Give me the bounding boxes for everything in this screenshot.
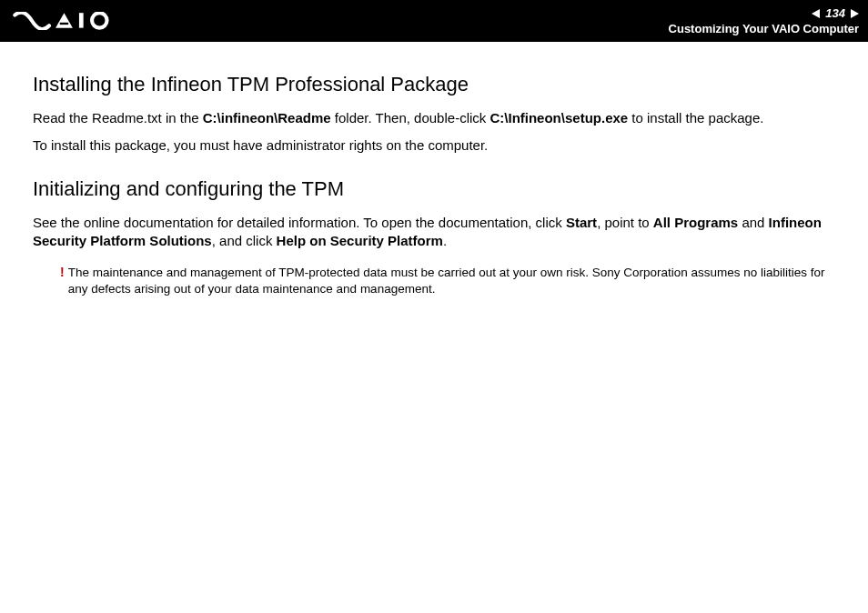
path-setup: C:\Infineon\setup.exe — [490, 110, 628, 126]
svg-point-1 — [92, 13, 106, 27]
menu-all-programs: All Programs — [653, 215, 738, 230]
menu-start: Start — [566, 215, 597, 230]
header-right: 134 Customizing Your VAIO Computer — [669, 6, 859, 35]
section-title: Customizing Your VAIO Computer — [669, 22, 859, 35]
text: folder. Then, double-click — [331, 110, 490, 126]
text: to install the package. — [628, 110, 763, 126]
paragraph-install-1: Read the Readme.txt in the C:\infineon\R… — [33, 109, 835, 127]
menu-help: Help on Security Platform — [277, 233, 443, 248]
text: . — [443, 233, 447, 248]
spacer — [33, 165, 835, 177]
text: Read the Readme.txt in the — [33, 110, 203, 126]
heading-init-tpm: Initializing and configuring the TPM — [33, 177, 835, 201]
paragraph-init-1: See the online documentation for detaile… — [33, 214, 835, 251]
warning-icon: ! — [60, 266, 65, 297]
next-page-arrow-icon[interactable] — [851, 9, 859, 18]
path-readme: C:\infineon\Readme — [203, 110, 331, 126]
vaio-logo — [13, 12, 122, 30]
svg-rect-0 — [79, 13, 84, 27]
page-number: 134 — [825, 6, 845, 20]
warning-note: ! The maintenance and management of TPM-… — [33, 259, 835, 297]
text: , and click — [212, 233, 277, 248]
text: and — [738, 215, 768, 230]
heading-install-tpm: Installing the Infineon TPM Professional… — [33, 73, 835, 96]
warning-text: The maintenance and management of TPM-pr… — [68, 265, 835, 297]
prev-page-arrow-icon[interactable] — [812, 9, 820, 18]
text: See the online documentation for detaile… — [33, 215, 566, 230]
page-navigator: 134 — [812, 6, 859, 20]
content-area: Installing the Infineon TPM Professional… — [0, 42, 868, 297]
paragraph-install-2: To install this package, you must have a… — [33, 136, 835, 155]
page-root: 134 Customizing Your VAIO Computer Insta… — [0, 0, 868, 613]
header-bar: 134 Customizing Your VAIO Computer — [0, 0, 868, 42]
text: , point to — [597, 215, 653, 230]
